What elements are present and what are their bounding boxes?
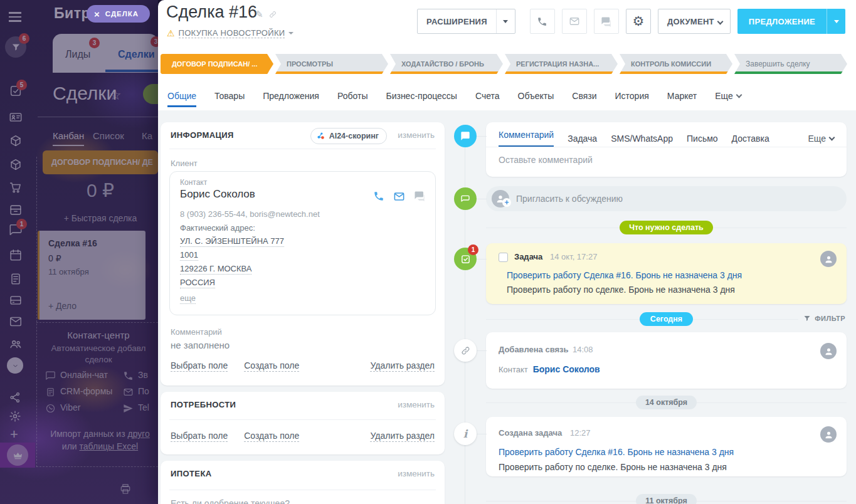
contact-call-icon[interactable] xyxy=(373,191,384,202)
extensions-dropdown[interactable] xyxy=(496,9,515,33)
delete-section-link[interactable]: Удалить раздел xyxy=(370,431,435,442)
today-badge: Сегодня xyxy=(640,312,693,326)
ai-scoring-badge[interactable]: AI24-скоринг xyxy=(310,128,387,144)
tab-history[interactable]: История xyxy=(615,82,649,110)
date-badge: 11 октября xyxy=(636,494,696,504)
address-line-1[interactable]: УЛ. С. ЭЙЗЕНШТЕЙНА 777 xyxy=(180,236,284,247)
address-line-3[interactable]: 129226 Г. МОСКВА xyxy=(180,264,251,275)
composer-tab-delivery[interactable]: Доставка xyxy=(732,134,769,144)
ai-molecule-icon xyxy=(317,132,325,140)
task-entry-label: Задача xyxy=(514,252,542,261)
call-button[interactable] xyxy=(530,9,555,34)
entry-time: 12:27 xyxy=(570,428,591,438)
chevron-down-icon xyxy=(717,18,723,24)
created-task-description: Проверить работу по сделке. Бронь не наз… xyxy=(499,462,727,472)
timeline-invite-icon xyxy=(454,187,477,210)
composer-tab-comment[interactable]: Комментарий xyxy=(499,130,554,147)
chat-button[interactable] xyxy=(594,9,619,34)
task-entry-date: 14 окт, 17:27 xyxy=(550,252,597,261)
composer-tab-more[interactable]: Еще xyxy=(808,134,835,144)
select-field-link[interactable]: Выбрать поле xyxy=(171,360,228,372)
copy-link-icon[interactable] xyxy=(268,10,277,19)
edit-section-link[interactable]: изменить xyxy=(398,130,435,140)
tab-products[interactable]: Товары xyxy=(214,82,245,110)
entry-title: Создана задача xyxy=(499,428,562,438)
modal-dim-overlay xyxy=(0,0,158,504)
invite-to-discussion[interactable]: + Пригласить к обсуждению xyxy=(486,186,847,211)
tab-quotes[interactable]: Предложения xyxy=(263,82,319,110)
ai-badge-label: AI24-скоринг xyxy=(329,132,379,140)
tab-market[interactable]: Маркет xyxy=(667,82,697,110)
edit-title-icon[interactable]: ✎ xyxy=(255,9,263,20)
deal-stage-bar: ДОГОВОР ПОДПИСАН/ ... ПРОСМОТРЫ ХОДАТАЙС… xyxy=(161,54,847,74)
stage-registration[interactable]: РЕГИСТРАЦИЯ НАЗНА... xyxy=(505,54,618,74)
stage-commission-control[interactable]: КОНТРОЛЬ КОМИССИИ xyxy=(620,54,732,74)
tab-general[interactable]: Общие xyxy=(167,82,196,110)
proposal-label: ПРЕДЛОЖЕНИЕ xyxy=(737,17,827,26)
timeline-filter-button[interactable]: ФИЛЬТР xyxy=(798,315,847,322)
stage-petition-booking[interactable]: ХОДАТАЙСТВО / БРОНЬ xyxy=(390,54,503,74)
tab-objects[interactable]: Объекты xyxy=(518,82,554,110)
timeline-comment-icon xyxy=(454,125,477,147)
create-field-link[interactable]: Создать поле xyxy=(244,431,299,442)
avatar xyxy=(820,251,837,267)
email-button[interactable] xyxy=(562,9,587,34)
tab-relations[interactable]: Связи xyxy=(572,82,596,110)
gear-icon: ⚙ xyxy=(632,15,644,28)
stage-viewings[interactable]: ПРОСМОТРЫ xyxy=(275,54,388,74)
extensions-button[interactable]: РАСШИРЕНИЯ xyxy=(417,9,515,34)
created-task-title-link[interactable]: Проверить работу Сделка #16. Бронь не на… xyxy=(499,447,734,457)
today-separator: Сегодня xyxy=(486,312,847,326)
tab-bizproc[interactable]: Бизнес-процессы xyxy=(386,82,457,110)
section-title: ИНФОРМАЦИЯ xyxy=(171,130,234,140)
deal-category-selector[interactable]: ⚠ ПОКУПКА НОВОСТРОЙКИ xyxy=(167,28,293,38)
section-mortgage: ИПОТЕКА изменить Есть ли одобрение текущ… xyxy=(161,461,445,504)
create-field-link[interactable]: Создать поле xyxy=(244,360,299,372)
stage-contract-signed[interactable]: ДОГОВОР ПОДПИСАН/ ... xyxy=(161,54,273,74)
delete-section-link[interactable]: Удалить раздел xyxy=(370,360,435,372)
composer-tab-sms[interactable]: SMS/WhatsApp xyxy=(611,134,673,144)
proposal-dropdown[interactable] xyxy=(827,9,845,34)
document-button[interactable]: ДОКУМЕНТ xyxy=(658,9,731,34)
contact-more-link[interactable]: еще xyxy=(180,293,196,304)
todo-separator: Что нужно сделать xyxy=(486,221,847,234)
todo-badge: Что нужно сделать xyxy=(620,221,713,234)
date-separator: 14 октября xyxy=(486,396,847,409)
task-title-link[interactable]: Проверить работу Сделка #16. Бронь не на… xyxy=(507,270,742,280)
document-label: ДОКУМЕНТ xyxy=(658,17,718,26)
task-checkbox[interactable] xyxy=(499,253,508,262)
linked-contact-link[interactable]: Борис Соколов xyxy=(533,364,600,374)
entry-title: Добавлена связь xyxy=(499,345,569,354)
address-line-2[interactable]: 1001 xyxy=(180,250,198,261)
comment-field-value[interactable]: не заполнено xyxy=(171,340,230,350)
contact-type-label: Контакт xyxy=(180,178,207,187)
section-information: ИНФОРМАЦИЯ AI24-скоринг изменить Клиент … xyxy=(161,122,445,386)
contact-name-link[interactable]: Борис Соколов xyxy=(180,188,255,201)
composer-tab-letter[interactable]: Письмо xyxy=(687,134,718,144)
tab-more[interactable]: Еще xyxy=(715,82,741,110)
tab-invoices[interactable]: Счета xyxy=(475,82,500,110)
avatar-add-icon: + xyxy=(492,190,509,207)
deal-tabs: Общие Товары Предложения Роботы Бизнес-п… xyxy=(167,81,741,110)
edit-section-link[interactable]: изменить xyxy=(398,400,435,409)
stage-finish-deal[interactable]: Завершить сделку xyxy=(734,54,847,74)
slider-entity-pill: × СДЕЛКА xyxy=(87,5,150,23)
tab-robots[interactable]: Роботы xyxy=(337,82,367,110)
contact-chat-icon[interactable] xyxy=(414,191,425,202)
comment-input[interactable]: Оставьте комментарий xyxy=(486,147,847,172)
edit-section-link[interactable]: изменить xyxy=(398,469,435,478)
task-description: Проверить работу по сделке. Бронь не наз… xyxy=(507,285,735,295)
bitrix24-crm-deal-page: 6 5 1 + Битрик Лиды 3 Сделки 3 xyxy=(0,0,856,504)
proposal-button[interactable]: ПРЕДЛОЖЕНИЕ xyxy=(737,9,845,34)
composer-tab-task[interactable]: Задача xyxy=(568,134,597,144)
address-line-4[interactable]: РОССИЯ xyxy=(180,278,215,288)
contact-phone-email: 8 (903) 236-55-44, boris@newtech.net xyxy=(180,209,320,219)
background-kanban-page: 6 5 1 + Битрик Лиды 3 Сделки 3 xyxy=(0,0,158,504)
client-field-label: Клиент xyxy=(171,159,198,168)
contact-mail-icon[interactable] xyxy=(393,191,405,202)
slider-entity-label: СДЕЛКА xyxy=(105,10,139,18)
settings-button[interactable]: ⚙ xyxy=(626,9,651,34)
close-icon[interactable]: × xyxy=(94,9,100,19)
deal-category-label: ПОКУПКА НОВОСТРОЙКИ xyxy=(179,28,285,38)
select-field-link[interactable]: Выбрать поле xyxy=(171,431,228,442)
